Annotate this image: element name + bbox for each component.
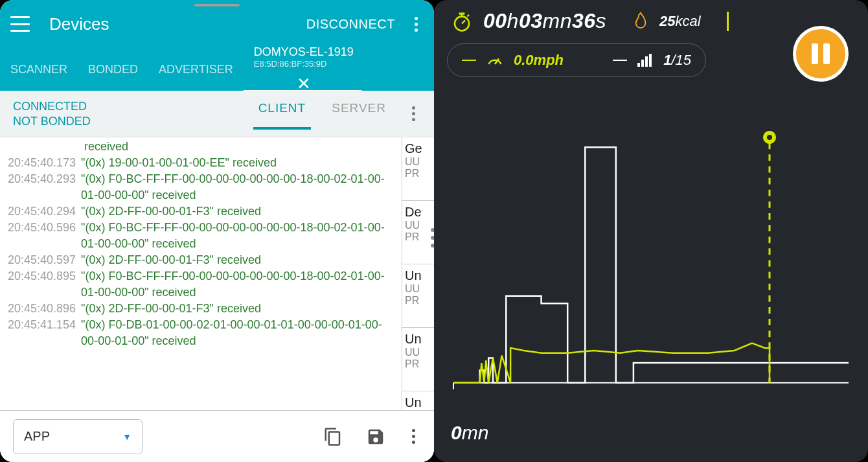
log-row: 20:45:40.597"(0x) 2D-FF-00-00-01-F3" rec… [8, 252, 398, 268]
speed-legend-line [462, 60, 476, 61]
status-more-icon[interactable] [405, 106, 421, 121]
service-item[interactable]: UnUU [402, 391, 434, 410]
flame-icon [634, 12, 648, 30]
save-button[interactable] [363, 424, 389, 450]
svg-rect-1 [459, 12, 465, 14]
bottom-more-icon[interactable] [405, 429, 421, 444]
tab-advertiser[interactable]: ADVERTISER [148, 48, 244, 91]
status-connected: CONNECTED [13, 100, 258, 113]
log-area: received20:45:40.173"(0x) 19-00-01-00-01… [0, 137, 434, 410]
svg-line-4 [468, 14, 470, 16]
disconnect-button[interactable]: DISCONNECT [306, 17, 395, 32]
svg-line-3 [462, 20, 465, 23]
pause-button[interactable] [793, 26, 849, 82]
gauge-icon [486, 52, 503, 69]
log-row: 20:45:40.895"(0x) F0-BC-FF-FF-00-00-00-0… [8, 268, 398, 301]
log-timestamp: 20:45:40.293 [8, 171, 76, 203]
copy-button[interactable] [320, 424, 346, 450]
log-message: "(0x) 19-00-01-00-01-00-EE" received [81, 155, 277, 171]
session-chart[interactable] [434, 130, 868, 410]
log-level-select[interactable]: APP ▼ [13, 419, 143, 454]
session-time: 00h03mn36s [483, 9, 606, 33]
menu-icon[interactable] [10, 16, 30, 32]
tab-bonded[interactable]: BONDED [78, 48, 148, 91]
speed-readout: 0.0mph [514, 52, 564, 69]
log-timestamp: 20:45:41.154 [8, 317, 76, 349]
log-timestamp: 20:45:40.597 [8, 252, 76, 268]
status-row: CONNECTED NOT BONDED CLIENT SERVER [0, 91, 434, 137]
appbar-more-icon[interactable] [408, 17, 424, 32]
tab-device-name: DOMYOS-EL-1919 [254, 45, 354, 59]
service-item[interactable]: UnUUPR [402, 264, 434, 328]
service-item[interactable]: DeUUPR [402, 201, 434, 264]
log-row: 20:45:40.294"(0x) 2D-FF-00-00-01-F3" rec… [8, 203, 398, 220]
save-icon [366, 427, 385, 446]
fitness-app-pane: 00h03mn36s 25kcal 0.0mph 1/15 [434, 0, 868, 462]
log-list[interactable]: received20:45:40.173"(0x) 19-00-01-00-01… [0, 137, 402, 410]
appbar-title: Devices [49, 14, 306, 34]
log-message: "(0x) F0-BC-FF-FF-00-00-00-00-00-00-00-1… [81, 220, 398, 252]
log-message: "(0x) F0-DB-01-00-00-02-01-00-00-01-01-0… [81, 317, 398, 349]
chevron-down-icon: ▼ [122, 432, 131, 442]
subtab-server[interactable]: SERVER [332, 101, 386, 127]
side-services[interactable]: GeUUPRDeUUPRUnUUPRUnUUPRUnUU [402, 137, 434, 410]
log-row: 20:45:41.154"(0x) F0-DB-01-00-00-02-01-0… [8, 317, 398, 349]
ble-app-pane: Devices DISCONNECT SCANNER BONDED ADVERT… [0, 0, 434, 462]
log-timestamp: 20:45:40.173 [8, 155, 76, 171]
service-item[interactable]: UnUUPR [402, 328, 434, 391]
log-row: received [8, 139, 398, 155]
tab-scanner[interactable]: SCANNER [0, 48, 78, 91]
log-row: 20:45:40.173"(0x) 19-00-01-00-01-00-EE" … [8, 155, 398, 171]
log-row: 20:45:40.596"(0x) F0-BC-FF-FF-00-00-00-0… [8, 220, 398, 252]
log-timestamp: 20:45:40.895 [8, 268, 76, 301]
service-item[interactable]: GeUUPR [402, 137, 434, 201]
appbar: Devices DISCONNECT [0, 0, 434, 48]
log-message: "(0x) 2D-FF-00-00-01-F3" received [81, 203, 261, 220]
tab-device-mac: E8:5D:86:BF:35:9D [254, 59, 354, 69]
kcal-readout: 25kcal [659, 13, 701, 30]
top-tabs: SCANNER BONDED ADVERTISER DOMYOS-EL-1919… [0, 48, 434, 91]
log-row: 20:45:40.293"(0x) F0-BC-FF-FF-00-00-00-0… [8, 171, 398, 203]
svg-point-0 [455, 16, 469, 30]
svg-point-8 [767, 135, 772, 140]
log-timestamp: 20:45:40.596 [8, 220, 76, 252]
log-timestamp: 20:45:40.896 [8, 301, 76, 317]
level-readout: 1/15 [663, 52, 691, 69]
log-message: "(0x) 2D-FF-00-00-01-F3" received [81, 252, 261, 268]
header-divider [727, 12, 729, 31]
drag-handle[interactable] [194, 4, 240, 6]
status-notbonded: NOT BONDED [13, 115, 258, 128]
log-level-value: APP [24, 429, 50, 444]
copy-icon [323, 427, 343, 446]
tab-device[interactable]: DOMYOS-EL-1919 E8:5D:86:BF:35:9D ✕ [244, 49, 361, 92]
log-message: "(0x) F0-BC-FF-FF-00-00-00-00-00-00-00-1… [81, 171, 398, 203]
bottom-bar: APP ▼ [0, 410, 434, 462]
subtab-client[interactable]: CLIENT [258, 101, 306, 127]
log-message: received [84, 139, 128, 155]
stopwatch-icon [451, 10, 473, 32]
x-axis-label: 0mn [451, 422, 488, 444]
log-row: 20:45:40.896"(0x) 2D-FF-00-00-01-F3" rec… [8, 301, 398, 317]
log-message: "(0x) 2D-FF-00-00-01-F3" received [81, 301, 261, 317]
log-timestamp: 20:45:40.294 [8, 203, 76, 220]
pause-icon [812, 43, 830, 64]
incline-legend-line [613, 60, 627, 61]
log-message: "(0x) F0-BC-FF-FF-00-00-00-00-00-00-00-1… [81, 268, 398, 301]
level-icon [637, 54, 653, 67]
metrics-pill: 0.0mph 1/15 [447, 43, 706, 77]
